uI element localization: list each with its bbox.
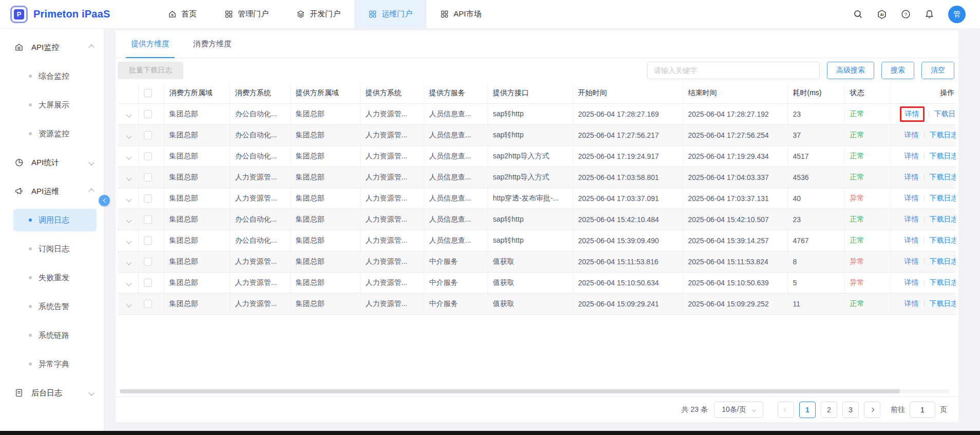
row-expand-icon[interactable] (126, 133, 131, 138)
page-size-select[interactable]: 10条/页 (714, 402, 763, 418)
download-log-link[interactable]: 下载日志 (930, 173, 956, 181)
sidebar-section-backend-logs[interactable]: 后台日志 (0, 378, 104, 407)
page-button-3[interactable]: 3 (842, 402, 859, 418)
top-nav-home[interactable]: 首页 (154, 0, 211, 28)
search-button[interactable]: 搜索 (881, 62, 914, 79)
cell-actions: 详情下载日志 (891, 146, 956, 167)
page-button-1[interactable]: 1 (799, 402, 816, 418)
cell-consumer-domain: 集团总部 (164, 124, 230, 146)
row-checkbox[interactable] (144, 173, 152, 182)
prev-page-button[interactable] (778, 402, 794, 418)
cell-provider-system: 人力资源管... (360, 146, 424, 167)
download-log-link[interactable]: 下载日志 (930, 236, 956, 244)
detail-link[interactable]: 详情 (905, 110, 919, 118)
detail-link[interactable]: 详情 (904, 299, 919, 307)
top-nav-admin-portal[interactable]: 管理门户 (211, 0, 282, 28)
row-checkbox[interactable] (144, 279, 152, 287)
row-checkbox[interactable] (144, 258, 152, 266)
search-icon[interactable] (853, 9, 863, 19)
sidebar-collapse-button[interactable] (99, 195, 110, 206)
row-expand-icon[interactable] (126, 154, 131, 159)
row-checkbox[interactable] (144, 215, 152, 224)
detail-link[interactable]: 详情 (904, 173, 919, 181)
cell-provider-domain: 集团总部 (290, 272, 360, 293)
row-expand-icon[interactable] (126, 175, 131, 180)
sidebar-item-system-links[interactable]: 系统链路 (0, 321, 104, 350)
detail-link[interactable]: 详情 (904, 257, 919, 265)
sidebar-item-comprehensive-monitor[interactable]: 综合监控 (0, 62, 104, 90)
row-expand-icon[interactable] (126, 259, 131, 265)
download-log-link[interactable]: 下载日志 (930, 299, 956, 307)
sidebar-item-resource-monitor[interactable]: 资源监控 (0, 119, 104, 148)
top-nav-ops-portal[interactable]: 运维门户 (354, 0, 426, 28)
sidebar-item-big-screen[interactable]: 大屏展示 (0, 90, 104, 119)
detail-link[interactable]: 详情 (904, 236, 919, 244)
cell-cost-ms: 23 (787, 103, 844, 124)
download-log-link[interactable]: 下载日志 (930, 194, 956, 202)
help-icon[interactable]: ? (901, 9, 911, 19)
download-log-link[interactable]: 下载日志 (930, 152, 956, 160)
select-all-checkbox[interactable] (144, 89, 152, 97)
row-checkbox[interactable] (144, 152, 152, 160)
action-divider (924, 258, 925, 265)
cell-provider-system: 人力资源管... (360, 188, 424, 209)
keyword-search-input[interactable] (647, 62, 820, 79)
tab-consumer-dimension[interactable]: 消费方维度 (185, 30, 240, 58)
sidebar-section-api-ops[interactable]: API运维 (0, 177, 104, 206)
detail-link[interactable]: 详情 (904, 278, 919, 286)
advanced-search-button[interactable]: 高级搜索 (827, 62, 874, 79)
goto-page-input[interactable] (910, 402, 935, 418)
sidebar-item-call-logs[interactable]: 调用日志 (0, 206, 104, 234)
download-log-link[interactable]: 下载日志 (930, 257, 956, 265)
bullet-icon (29, 334, 32, 337)
batch-download-button[interactable]: 批量下载日志 (118, 62, 183, 79)
row-checkbox[interactable] (144, 237, 152, 245)
row-expand-icon[interactable] (126, 112, 131, 117)
sidebar-item-label: 综合监控 (39, 71, 69, 81)
detail-link[interactable]: 详情 (904, 215, 919, 223)
cell-consumer-domain: 集团总部 (164, 251, 230, 272)
download-log-link[interactable]: 下载日志 (930, 131, 956, 139)
row-expand-icon[interactable] (126, 196, 131, 202)
row-checkbox[interactable] (144, 194, 152, 203)
chevron-up-icon (88, 44, 94, 50)
download-log-link[interactable]: 下载日志 (930, 215, 956, 223)
ai-assistant-icon[interactable]: AI (877, 9, 887, 20)
sidebar-item-system-alerts[interactable]: 系统告警 (0, 292, 104, 321)
cell-status: 正常 (844, 230, 891, 251)
top-nav-label: 管理门户 (238, 9, 269, 19)
row-checkbox[interactable] (144, 131, 152, 139)
top-nav-api-market[interactable]: API市场 (426, 0, 495, 28)
avatar[interactable]: 管 (948, 6, 966, 23)
scrollbar-thumb[interactable] (120, 389, 900, 393)
top-nav-dev-portal[interactable]: 开发门户 (282, 0, 354, 28)
sidebar-item-exception-dictionary[interactable]: 异常字典 (0, 350, 104, 378)
sidebar-section-api-statistics[interactable]: API统计 (0, 148, 104, 177)
horizontal-scrollbar[interactable] (120, 389, 950, 393)
status-text: 异常 (850, 194, 864, 202)
page-button-2[interactable]: 2 (821, 402, 837, 418)
download-log-link[interactable]: 下载日志 (934, 110, 956, 118)
log-table-container: 消费方所属域消费方系统提供方所属域提供方系统提供方服务提供方接口开始时间结束时间… (118, 83, 956, 315)
api-market-icon (440, 10, 449, 19)
detail-link[interactable]: 详情 (904, 152, 919, 160)
bell-icon[interactable] (925, 9, 934, 19)
download-log-link[interactable]: 下载日志 (930, 278, 956, 286)
sidebar-section-api-monitor[interactable]: API监控 (0, 33, 104, 62)
detail-link[interactable]: 详情 (904, 194, 919, 202)
cell-provider-api: sap转http (487, 230, 573, 251)
tab-provider-dimension[interactable]: 提供方维度 (123, 30, 178, 58)
next-page-button[interactable] (864, 402, 880, 418)
row-expand-icon[interactable] (126, 301, 131, 307)
sidebar-item-failure-resend[interactable]: 失败重发 (0, 263, 104, 292)
row-expand-icon[interactable] (126, 238, 131, 244)
clear-button[interactable]: 清空 (921, 62, 954, 79)
sidebar-item-subscription-logs[interactable]: 订阅日志 (0, 234, 104, 263)
cell-start-time: 2025-06-04 15:39:09.490 (573, 230, 683, 251)
table-row: 集团总部办公自动化...集团总部人力资源管...人员信息查...sap转http… (118, 124, 956, 146)
row-checkbox[interactable] (144, 110, 152, 118)
detail-link[interactable]: 详情 (904, 131, 919, 139)
row-expand-icon[interactable] (126, 217, 131, 223)
row-checkbox[interactable] (144, 300, 152, 308)
row-expand-icon[interactable] (126, 280, 131, 286)
